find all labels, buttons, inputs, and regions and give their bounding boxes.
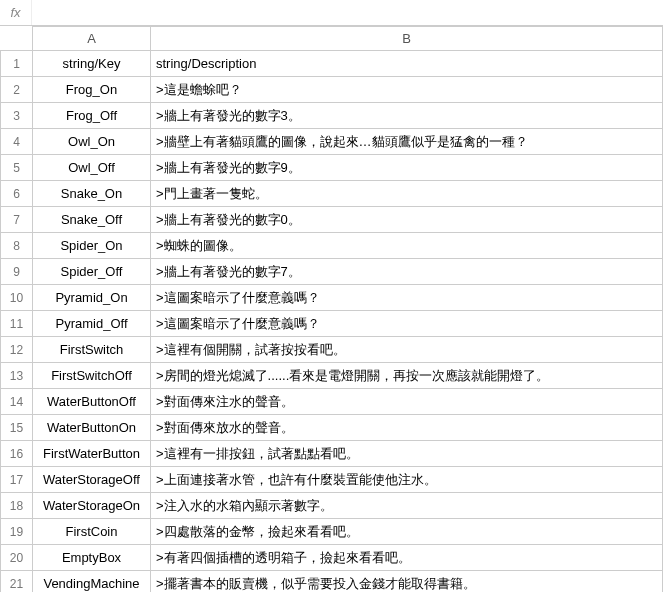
fx-icon: fx xyxy=(0,0,32,25)
row-header[interactable]: 14 xyxy=(1,389,33,415)
table-row: 20EmptyBox>有著四個插槽的透明箱子，撿起來看看吧。 xyxy=(1,545,663,571)
cell-description[interactable]: >擺著書本的販賣機，似乎需要投入金錢才能取得書籍。 xyxy=(151,571,663,593)
select-all-corner[interactable] xyxy=(1,27,33,51)
table-row: 11Pyramid_Off>這圖案暗示了什麼意義嗎？ xyxy=(1,311,663,337)
cell-key[interactable]: FirstSwitchOff xyxy=(33,363,151,389)
table-row: 8Spider_On>蜘蛛的圖像。 xyxy=(1,233,663,259)
cell-key[interactable]: Snake_On xyxy=(33,181,151,207)
row-header[interactable]: 20 xyxy=(1,545,33,571)
table-row: 10Pyramid_On>這圖案暗示了什麼意義嗎？ xyxy=(1,285,663,311)
row-header[interactable]: 6 xyxy=(1,181,33,207)
row-header[interactable]: 18 xyxy=(1,493,33,519)
cell-key[interactable]: VendingMachine xyxy=(33,571,151,593)
cell-key[interactable]: WaterButtonOn xyxy=(33,415,151,441)
cell-description[interactable]: >這裡有個開關，試著按按看吧。 xyxy=(151,337,663,363)
cell-description[interactable]: string/Description xyxy=(151,51,663,77)
row-header[interactable]: 15 xyxy=(1,415,33,441)
cell-key[interactable]: Snake_Off xyxy=(33,207,151,233)
cell-description[interactable]: >這圖案暗示了什麼意義嗎？ xyxy=(151,285,663,311)
cell-description[interactable]: >這裡有一排按鈕，試著點點看吧。 xyxy=(151,441,663,467)
cell-description[interactable]: >牆壁上有著貓頭鷹的圖像，說起來…貓頭鷹似乎是猛禽的一種？ xyxy=(151,129,663,155)
table-row: 5Owl_Off>牆上有著發光的數字9。 xyxy=(1,155,663,181)
cell-description[interactable]: >門上畫著一隻蛇。 xyxy=(151,181,663,207)
row-header[interactable]: 17 xyxy=(1,467,33,493)
cell-key[interactable]: Owl_On xyxy=(33,129,151,155)
cell-description[interactable]: >對面傳來放水的聲音。 xyxy=(151,415,663,441)
table-row: 9Spider_Off>牆上有著發光的數字7。 xyxy=(1,259,663,285)
cell-description[interactable]: >牆上有著發光的數字3。 xyxy=(151,103,663,129)
row-header[interactable]: 13 xyxy=(1,363,33,389)
formula-bar[interactable]: fx xyxy=(0,0,663,26)
row-header[interactable]: 12 xyxy=(1,337,33,363)
cell-key[interactable]: Owl_Off xyxy=(33,155,151,181)
row-header[interactable]: 4 xyxy=(1,129,33,155)
table-row: 7Snake_Off>牆上有著發光的數字0。 xyxy=(1,207,663,233)
cell-description[interactable]: >牆上有著發光的數字7。 xyxy=(151,259,663,285)
cell-key[interactable]: WaterButtonOff xyxy=(33,389,151,415)
table-row: 6Snake_On>門上畫著一隻蛇。 xyxy=(1,181,663,207)
cell-key[interactable]: FirstSwitch xyxy=(33,337,151,363)
table-row: 12FirstSwitch>這裡有個開關，試著按按看吧。 xyxy=(1,337,663,363)
cell-key[interactable]: Spider_Off xyxy=(33,259,151,285)
cell-description[interactable]: >蜘蛛的圖像。 xyxy=(151,233,663,259)
formula-input[interactable] xyxy=(32,0,663,25)
cell-key[interactable]: WaterStorageOn xyxy=(33,493,151,519)
cell-description[interactable]: >這是蟾蜍吧？ xyxy=(151,77,663,103)
cell-description[interactable]: >牆上有著發光的數字0。 xyxy=(151,207,663,233)
table-row: 1string/Keystring/Description xyxy=(1,51,663,77)
table-row: 16FirstWaterButton>這裡有一排按鈕，試著點點看吧。 xyxy=(1,441,663,467)
row-header[interactable]: 19 xyxy=(1,519,33,545)
table-row: 3Frog_Off>牆上有著發光的數字3。 xyxy=(1,103,663,129)
table-row: 14WaterButtonOff>對面傳來注水的聲音。 xyxy=(1,389,663,415)
cell-key[interactable]: FirstWaterButton xyxy=(33,441,151,467)
row-header[interactable]: 2 xyxy=(1,77,33,103)
column-header-b[interactable]: B xyxy=(151,27,663,51)
row-header[interactable]: 7 xyxy=(1,207,33,233)
cell-key[interactable]: Spider_On xyxy=(33,233,151,259)
cell-description[interactable]: >上面連接著水管，也許有什麼裝置能使他注水。 xyxy=(151,467,663,493)
cell-description[interactable]: >四處散落的金幣，撿起來看看吧。 xyxy=(151,519,663,545)
table-row: 4Owl_On>牆壁上有著貓頭鷹的圖像，說起來…貓頭鷹似乎是猛禽的一種？ xyxy=(1,129,663,155)
table-row: 15WaterButtonOn>對面傳來放水的聲音。 xyxy=(1,415,663,441)
cell-key[interactable]: Pyramid_On xyxy=(33,285,151,311)
spreadsheet-grid[interactable]: A B 1string/Keystring/Description2Frog_O… xyxy=(0,26,663,592)
cell-description[interactable]: >有著四個插槽的透明箱子，撿起來看看吧。 xyxy=(151,545,663,571)
row-header[interactable]: 11 xyxy=(1,311,33,337)
row-header[interactable]: 1 xyxy=(1,51,33,77)
cell-key[interactable]: Frog_Off xyxy=(33,103,151,129)
row-header[interactable]: 9 xyxy=(1,259,33,285)
row-header[interactable]: 16 xyxy=(1,441,33,467)
cell-key[interactable]: EmptyBox xyxy=(33,545,151,571)
table-row: 19FirstCoin>四處散落的金幣，撿起來看看吧。 xyxy=(1,519,663,545)
table-row: 13FirstSwitchOff>房間的燈光熄滅了......看來是電燈開關，再… xyxy=(1,363,663,389)
cell-key[interactable]: Frog_On xyxy=(33,77,151,103)
row-header[interactable]: 10 xyxy=(1,285,33,311)
cell-key[interactable]: FirstCoin xyxy=(33,519,151,545)
cell-key[interactable]: WaterStorageOff xyxy=(33,467,151,493)
table-row: 17WaterStorageOff>上面連接著水管，也許有什麼裝置能使他注水。 xyxy=(1,467,663,493)
cell-key[interactable]: string/Key xyxy=(33,51,151,77)
table-row: 2Frog_On>這是蟾蜍吧？ xyxy=(1,77,663,103)
row-header[interactable]: 21 xyxy=(1,571,33,593)
row-header[interactable]: 5 xyxy=(1,155,33,181)
column-header-a[interactable]: A xyxy=(33,27,151,51)
cell-description[interactable]: >對面傳來注水的聲音。 xyxy=(151,389,663,415)
cell-description[interactable]: >這圖案暗示了什麼意義嗎？ xyxy=(151,311,663,337)
row-header[interactable]: 8 xyxy=(1,233,33,259)
row-header[interactable]: 3 xyxy=(1,103,33,129)
cell-description[interactable]: >房間的燈光熄滅了......看來是電燈開關，再按一次應該就能開燈了。 xyxy=(151,363,663,389)
table-row: 21VendingMachine>擺著書本的販賣機，似乎需要投入金錢才能取得書籍… xyxy=(1,571,663,593)
cell-key[interactable]: Pyramid_Off xyxy=(33,311,151,337)
cell-description[interactable]: >注入水的水箱內顯示著數字。 xyxy=(151,493,663,519)
cell-description[interactable]: >牆上有著發光的數字9。 xyxy=(151,155,663,181)
table-row: 18WaterStorageOn>注入水的水箱內顯示著數字。 xyxy=(1,493,663,519)
